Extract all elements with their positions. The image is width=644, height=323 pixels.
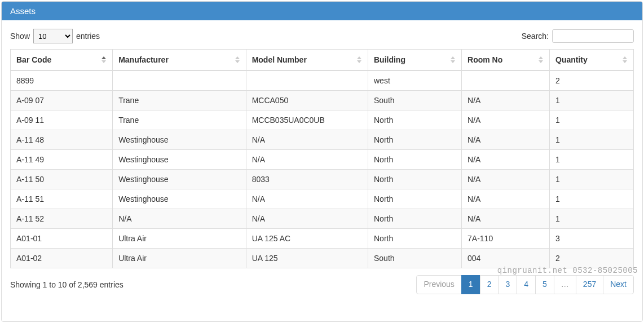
- panel-heading: Assets: [2, 2, 642, 20]
- cell-model: N/A: [246, 130, 368, 150]
- cell-quantity: 1: [550, 150, 634, 170]
- cell-barcode: A-09 07: [11, 91, 113, 110]
- table-row: A-11 50Westinghouse8033NorthN/A1: [11, 170, 634, 189]
- cell-building: South: [368, 91, 461, 110]
- column-header-quantity[interactable]: Quantity: [550, 50, 634, 71]
- cell-room: N/A: [462, 91, 550, 110]
- length-select[interactable]: 10: [33, 29, 73, 43]
- cell-building: North: [368, 150, 461, 170]
- pager-page-5[interactable]: 5: [535, 275, 554, 294]
- cell-building: North: [368, 110, 461, 130]
- cell-quantity: 1: [550, 130, 634, 150]
- pager-page-2[interactable]: 2: [480, 275, 499, 294]
- pager-page-257[interactable]: 257: [576, 275, 603, 294]
- cell-manufacturer: Westinghouse: [113, 130, 246, 150]
- pagination: Previous12345…257Next: [416, 275, 634, 294]
- cell-barcode: A-11 50: [11, 170, 113, 189]
- cell-building: North: [368, 229, 461, 249]
- table-row: 8899west2: [11, 70, 634, 91]
- panel-title: Assets: [10, 6, 36, 16]
- column-label: Bar Code: [16, 55, 51, 64]
- cell-building: North: [368, 209, 461, 229]
- pager-next[interactable]: Next: [603, 275, 634, 294]
- length-prefix: Show: [10, 32, 30, 41]
- cell-model: MCCA050: [246, 91, 368, 110]
- cell-manufacturer: N/A: [113, 209, 246, 229]
- sort-both-icon: [537, 55, 545, 65]
- cell-barcode: A01-02: [11, 249, 113, 268]
- cell-room: N/A: [462, 130, 550, 150]
- sort-both-icon: [233, 55, 241, 65]
- cell-model: N/A: [246, 209, 368, 229]
- search-label: Search:: [522, 32, 549, 41]
- column-header-building[interactable]: Building: [368, 50, 461, 71]
- column-header-room-no[interactable]: Room No: [462, 50, 550, 71]
- table-row: A-09 11TraneMCCB035UA0C0UBNorthN/A1: [11, 110, 634, 130]
- cell-manufacturer: Westinghouse: [113, 189, 246, 209]
- cell-room: N/A: [462, 209, 550, 229]
- cell-barcode: A-11 52: [11, 209, 113, 229]
- cell-barcode: 8899: [11, 70, 113, 91]
- sort-both-icon: [621, 55, 629, 65]
- column-header-model-number[interactable]: Model Number: [246, 50, 368, 71]
- cell-manufacturer: Trane: [113, 110, 246, 130]
- cell-quantity: 1: [550, 110, 634, 130]
- cell-barcode: A-11 51: [11, 189, 113, 209]
- cell-room: 7A-110: [462, 229, 550, 249]
- table-info: Showing 1 to 10 of 2,569 entries: [10, 280, 123, 289]
- sort-both-icon: [355, 55, 363, 65]
- table-header-row: Bar CodeManufacturerModel NumberBuilding…: [11, 50, 634, 71]
- assets-panel: Assets Show 10 entries Search: Bar CodeM…: [1, 1, 643, 322]
- column-label: Quantity: [555, 55, 588, 64]
- cell-building: North: [368, 130, 461, 150]
- table-row: A-09 07TraneMCCA050SouthN/A1: [11, 91, 634, 110]
- cell-room: N/A: [462, 189, 550, 209]
- table-row: A01-01Ultra AirUA 125 ACNorth7A-1103: [11, 229, 634, 249]
- pager-ellipsis: …: [554, 275, 576, 294]
- cell-building: South: [368, 249, 461, 268]
- cell-quantity: 1: [550, 189, 634, 209]
- cell-barcode: A-11 48: [11, 130, 113, 150]
- cell-quantity: 3: [550, 229, 634, 249]
- column-header-bar-code[interactable]: Bar Code: [11, 50, 113, 71]
- cell-manufacturer: Westinghouse: [113, 170, 246, 189]
- column-label: Manufacturer: [118, 55, 169, 64]
- search-control: Search:: [522, 29, 634, 43]
- table-row: A-11 49WestinghouseN/ANorthN/A1: [11, 150, 634, 170]
- pager-page-4[interactable]: 4: [517, 275, 536, 294]
- cell-model: [246, 70, 368, 91]
- column-label: Building: [374, 55, 405, 64]
- cell-room: N/A: [462, 150, 550, 170]
- cell-room: [462, 70, 550, 91]
- length-suffix: entries: [76, 32, 100, 41]
- cell-manufacturer: Ultra Air: [113, 229, 246, 249]
- table-row: A01-02Ultra AirUA 125South0042: [11, 249, 634, 268]
- cell-model: 8033: [246, 170, 368, 189]
- column-label: Room No: [467, 55, 502, 64]
- cell-barcode: A-09 11: [11, 110, 113, 130]
- pager-page-3[interactable]: 3: [498, 275, 517, 294]
- cell-quantity: 2: [550, 70, 634, 91]
- cell-building: North: [368, 189, 461, 209]
- column-header-manufacturer[interactable]: Manufacturer: [113, 50, 246, 71]
- table-row: A-11 51WestinghouseN/ANorthN/A1: [11, 189, 634, 209]
- table-body: 8899west2A-09 07TraneMCCA050SouthN/A1A-0…: [11, 70, 634, 268]
- table-row: A-11 52N/AN/ANorthN/A1: [11, 209, 634, 229]
- cell-room: 004: [462, 249, 550, 268]
- cell-manufacturer: Trane: [113, 91, 246, 110]
- cell-quantity: 1: [550, 209, 634, 229]
- cell-model: UA 125 AC: [246, 229, 368, 249]
- cell-model: N/A: [246, 189, 368, 209]
- search-input[interactable]: [552, 29, 634, 43]
- cell-quantity: 1: [550, 170, 634, 189]
- cell-quantity: 1: [550, 91, 634, 110]
- assets-table: Bar CodeManufacturerModel NumberBuilding…: [10, 49, 634, 268]
- cell-model: MCCB035UA0C0UB: [246, 110, 368, 130]
- cell-manufacturer: [113, 70, 246, 91]
- cell-quantity: 2: [550, 249, 634, 268]
- cell-barcode: A01-01: [11, 229, 113, 249]
- sort-asc-icon: [100, 55, 108, 65]
- pager-page-1[interactable]: 1: [461, 275, 480, 294]
- cell-model: N/A: [246, 150, 368, 170]
- table-row: A-11 48WestinghouseN/ANorthN/A1: [11, 130, 634, 150]
